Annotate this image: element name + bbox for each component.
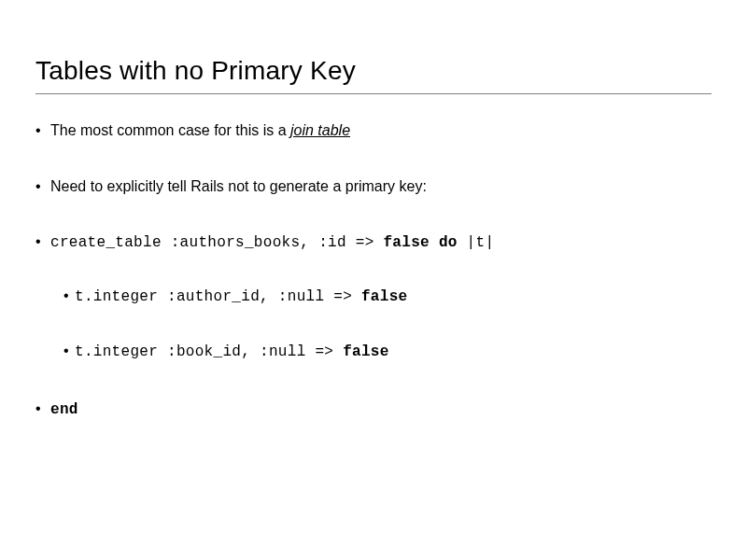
code-text: |t| xyxy=(458,234,495,251)
keyword-false: false xyxy=(343,343,389,360)
keyword-do: do xyxy=(439,234,458,251)
slide: Tables with no Primary Key The most comm… xyxy=(0,0,747,421)
bullet-item: t.integer :book_id, :null => false xyxy=(63,341,712,363)
code-text: t.integer :book_id, :null => xyxy=(75,343,343,360)
bullet-list: The most common case for this is a join … xyxy=(35,120,712,421)
keyword-end: end xyxy=(50,401,78,418)
bullet-item: end xyxy=(35,399,712,421)
code-text: create_table :authors_books, :id => xyxy=(50,234,383,251)
code-text xyxy=(430,234,439,251)
emphasized-text: join table xyxy=(290,122,350,138)
text: The most common case for this is a xyxy=(50,122,290,138)
bullet-item: create_table :authors_books, :id => fals… xyxy=(35,231,712,363)
bullet-item: t.integer :author_id, :null => false xyxy=(63,286,712,308)
title-divider xyxy=(35,93,712,94)
bullet-item: Need to explicitly tell Rails not to gen… xyxy=(35,176,712,197)
keyword-false: false xyxy=(361,288,408,305)
bullet-item: The most common case for this is a join … xyxy=(35,120,712,141)
code-text: t.integer :author_id, :null => xyxy=(75,288,361,305)
text: Need to explicitly tell Rails not to gen… xyxy=(50,178,427,194)
slide-title: Tables with no Primary Key xyxy=(35,56,712,86)
nested-bullet-list: t.integer :author_id, :null => false t.i… xyxy=(63,286,712,363)
keyword-false: false xyxy=(383,234,430,251)
